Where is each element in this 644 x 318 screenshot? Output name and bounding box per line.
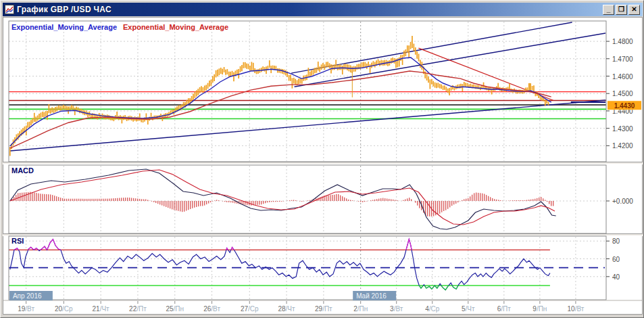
- rsi-line: [10, 240, 550, 290]
- window-title: График GBP /USD ЧАС: [17, 5, 112, 14]
- time-axis-label: 3/Вт: [390, 305, 403, 313]
- price-axis-label: 1.4500: [612, 90, 633, 97]
- rsi-indicator-label: RSI: [11, 237, 24, 245]
- time-axis-label: 25/Пн: [166, 305, 184, 313]
- rsi-line-oversold: [10, 240, 550, 290]
- rsi-axis-label: 80: [612, 237, 620, 245]
- time-axis-label: 28/Чт: [278, 305, 295, 313]
- trendline: [291, 22, 572, 73]
- time-axis-label: 21/Чт: [93, 305, 110, 313]
- time-axis-label: 9/Пн: [532, 305, 547, 313]
- title-bar[interactable]: График GBP /USD ЧАС _ ❐ ✕: [3, 3, 643, 16]
- rsi-axis-label: 60: [612, 256, 620, 263]
- price-axis-label: 1.4700: [612, 55, 633, 63]
- time-axis-label: 26/Вт: [203, 305, 220, 313]
- macd-zero-label: +0.000: [612, 198, 633, 205]
- app-window: 1.48001.47001.46001.45001.44001.43001.42…: [0, 0, 644, 318]
- time-axis-label: 20/Ср: [55, 305, 73, 313]
- price-axis-label: 1.4800: [612, 38, 633, 45]
- price-axis-label: 1.4600: [612, 73, 633, 81]
- time-axis-label: 22/Пт: [129, 305, 147, 313]
- maximize-button[interactable]: ❐: [616, 5, 627, 15]
- price-axis-label: 1.4300: [612, 125, 633, 133]
- time-axis-label: 5/Чт: [462, 305, 475, 313]
- time-axis-label: 2/Пн: [353, 305, 368, 313]
- month-badge-label: Май 2016: [356, 292, 387, 300]
- time-axis-label: 27/Ср: [241, 305, 259, 313]
- rsi-line-overbought: [10, 240, 550, 290]
- macd-panel-border: [9, 165, 606, 233]
- time-axis-label: 4/Ср: [425, 305, 440, 313]
- time-axis-label: 19/Вт: [18, 305, 34, 313]
- month-badge-label: Апр 2016: [13, 292, 42, 300]
- close-button[interactable]: ✕: [628, 5, 640, 15]
- trendline: [10, 100, 605, 151]
- rsi-axis-label: 40: [612, 273, 620, 281]
- ema-fast-label: Exponential_Moving_Average: [11, 23, 117, 31]
- ema-slow-label: Exponential_Moving_Average: [123, 23, 228, 31]
- chart-icon: [5, 5, 14, 14]
- price-axis-label: 1.4200: [612, 142, 633, 150]
- macd-indicator-label: MACD: [11, 166, 34, 175]
- current-price-tag-label: 1.4430: [614, 102, 635, 110]
- minimize-button[interactable]: _: [603, 5, 614, 15]
- time-axis-label: 6/Пт: [497, 305, 512, 313]
- time-axis-label: 10/Вт: [568, 305, 585, 313]
- chart-canvas[interactable]: 1.48001.47001.46001.45001.44001.43001.42…: [1, 1, 644, 318]
- time-axis-label: 29/Пт: [315, 305, 332, 313]
